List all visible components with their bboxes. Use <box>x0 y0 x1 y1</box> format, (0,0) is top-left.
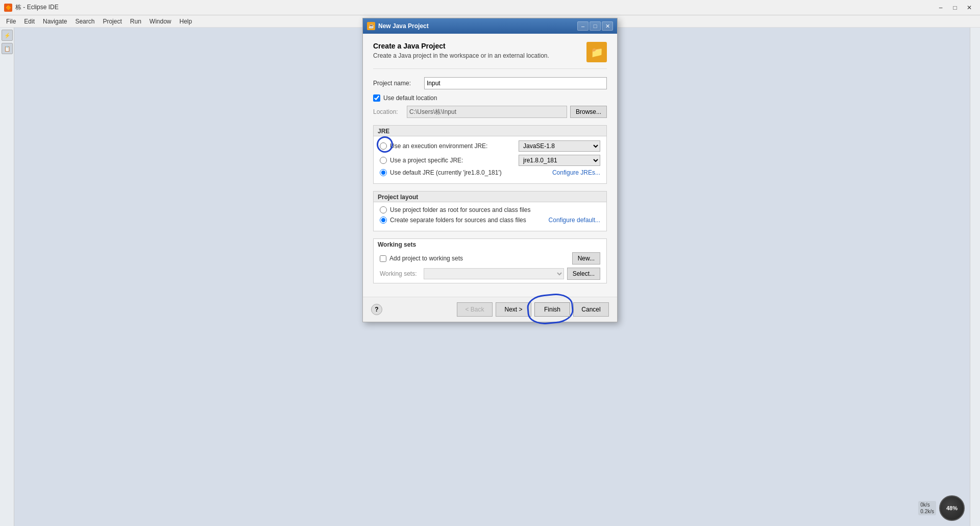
menu-edit[interactable]: Edit <box>20 17 39 26</box>
jre-option-project-specific: Use a project specific JRE: jre1.8.0_181 <box>380 155 600 166</box>
menu-search[interactable]: Search <box>71 17 99 26</box>
default-location-row: Use default location <box>373 94 607 102</box>
jre-section: JRE Use an execution environment JRE: Ja… <box>373 125 607 184</box>
dialog-content: Create a Java Project Create a Java proj… <box>363 34 617 297</box>
dialog-minimize-button[interactable]: – <box>577 21 589 31</box>
add-working-sets-label: Add project to working sets <box>389 255 463 262</box>
dialog-title-bar: ☕ New Java Project – □ ✕ <box>363 18 617 34</box>
title-bar: 🔶 栋 - Eclipse IDE – □ ✕ <box>0 0 980 15</box>
network-upload: 0k/s <box>920 502 934 508</box>
jre-project-specific-dropdown[interactable]: jre1.8.0_181 <box>519 155 600 166</box>
jre-option-default: Use default JRE (currently 'jre1.8.0_181… <box>380 169 600 176</box>
working-sets-label-row: Working sets: Select... <box>380 268 600 280</box>
help-button[interactable]: ? <box>371 304 382 315</box>
jre-default-radio[interactable] <box>380 169 387 176</box>
browse-button[interactable]: Browse... <box>570 106 607 118</box>
project-name-row: Project name: <box>373 77 607 89</box>
new-java-project-dialog: ☕ New Java Project – □ ✕ Create a Java P… <box>362 18 618 322</box>
select-working-set-button[interactable]: Select... <box>567 268 600 280</box>
dialog-close-button[interactable]: ✕ <box>602 21 613 31</box>
layout-separate-folders-radio[interactable] <box>380 217 387 224</box>
window-controls: – □ ✕ <box>934 3 976 13</box>
left-sidebar: ⚡ 📋 <box>0 28 14 526</box>
project-layout-title: Project layout <box>374 192 606 202</box>
jre-project-specific-label: Use a project specific JRE: <box>390 157 516 164</box>
cancel-button[interactable]: Cancel <box>573 302 609 317</box>
network-download: 0.2k/s <box>920 509 934 514</box>
jre-execution-env-dropdown[interactable]: JavaSE-1.8 <box>519 140 600 152</box>
jre-section-content: Use an execution environment JRE: JavaSE… <box>374 136 606 183</box>
jre-section-title: JRE <box>374 126 606 136</box>
jre-execution-env-radio[interactable] <box>380 142 387 150</box>
layout-option-separate-folders: Create separate folders for sources and … <box>380 217 600 224</box>
default-location-label: Use default location <box>383 94 437 102</box>
sidebar-button-2[interactable]: 📋 <box>2 43 13 54</box>
menu-window[interactable]: Window <box>145 17 176 26</box>
menu-run[interactable]: Run <box>126 17 145 26</box>
project-icon: 📁 <box>586 42 607 62</box>
jre-default-label: Use default JRE (currently 'jre1.8.0_181… <box>390 169 549 176</box>
working-sets-label: Working sets: <box>380 270 421 277</box>
location-label: Location: <box>373 108 404 115</box>
sidebar-button-1[interactable]: ⚡ <box>2 30 13 41</box>
menu-file[interactable]: File <box>2 17 20 26</box>
dialog-footer: ? < Back Next > Finish Cancel <box>363 297 617 322</box>
working-sets-dropdown[interactable] <box>424 268 564 279</box>
close-button[interactable]: ✕ <box>963 3 976 13</box>
minimize-button[interactable]: – <box>934 3 947 13</box>
new-working-set-button[interactable]: New... <box>572 252 600 265</box>
working-sets-title: Working sets <box>374 239 606 249</box>
dialog-header-title: Create a Java Project <box>373 42 586 50</box>
system-tray: 0k/s 0.2k/s 48% <box>918 495 965 521</box>
cpu-usage: 48% <box>939 495 965 521</box>
add-working-sets-checkbox[interactable] <box>380 255 386 262</box>
project-layout-section: Project layout Use project folder as roo… <box>373 191 607 231</box>
menu-project[interactable]: Project <box>99 17 126 26</box>
working-sets-section: Working sets Add project to working sets… <box>373 238 607 283</box>
jre-execution-env-label: Use an execution environment JRE: <box>390 142 516 150</box>
finish-button-wrapper: Finish <box>534 302 570 317</box>
working-sets-content: Add project to working sets New... Worki… <box>374 249 606 283</box>
maximize-button[interactable]: □ <box>948 3 962 13</box>
layout-project-folder-label: Use project folder as root for sources a… <box>390 206 600 213</box>
dialog-title: New Java Project <box>378 22 574 30</box>
configure-jres-link[interactable]: Configure JREs... <box>552 169 600 176</box>
dialog-controls: – □ ✕ <box>577 21 613 31</box>
layout-option-project-folder: Use project folder as root for sources a… <box>380 206 600 213</box>
dialog-header-subtitle: Create a Java project in the workspace o… <box>373 52 586 59</box>
jre-option-execution-env: Use an execution environment JRE: JavaSE… <box>380 140 600 152</box>
default-location-checkbox[interactable] <box>373 94 380 102</box>
dialog-header: Create a Java Project Create a Java proj… <box>373 42 607 69</box>
menu-help[interactable]: Help <box>176 17 197 26</box>
menu-navigate[interactable]: Navigate <box>39 17 71 26</box>
add-working-sets-row: Add project to working sets New... <box>380 252 600 265</box>
dialog-icon: ☕ <box>367 22 375 30</box>
project-layout-content: Use project folder as root for sources a… <box>374 202 606 231</box>
right-sidebar <box>970 28 980 526</box>
dialog-maximize-button[interactable]: □ <box>590 21 601 31</box>
next-button[interactable]: Next > <box>496 302 531 317</box>
project-name-label: Project name: <box>373 80 424 87</box>
jre-project-specific-radio[interactable] <box>380 157 387 164</box>
location-row: Location: Browse... <box>373 106 607 118</box>
layout-separate-folders-label: Create separate folders for sources and … <box>390 217 546 224</box>
location-input[interactable] <box>407 106 567 118</box>
footer-right: < Back Next > Finish Cancel <box>457 302 609 317</box>
footer-left: ? <box>371 304 382 315</box>
app-icon: 🔶 <box>4 4 12 12</box>
back-button[interactable]: < Back <box>457 302 493 317</box>
finish-button[interactable]: Finish <box>534 302 570 317</box>
layout-project-folder-radio[interactable] <box>380 206 387 213</box>
project-name-input[interactable] <box>424 77 607 89</box>
configure-default-link[interactable]: Configure default... <box>549 217 600 224</box>
dialog-header-text: Create a Java Project Create a Java proj… <box>373 42 586 59</box>
window-title: 栋 - Eclipse IDE <box>15 3 934 12</box>
network-info: 0k/s 0.2k/s <box>918 501 936 515</box>
